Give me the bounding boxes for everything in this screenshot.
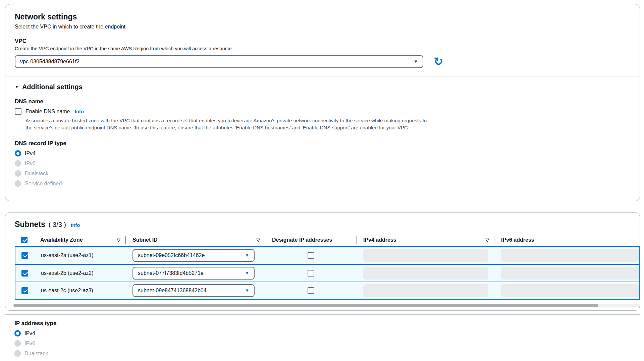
radio-option-dualstack: Dualstack: [15, 170, 630, 177]
vpc-select[interactable]: vpc-0305d38d879e661f2 ▼: [15, 55, 423, 68]
radio-label: Dualstack: [25, 171, 48, 177]
refresh-icon: ↻: [434, 56, 443, 67]
ipv6-address-input: [501, 267, 639, 280]
ip-address-type-section: IP address type IPv4 IPv6 Dualstack: [5, 314, 640, 357]
subnets-count: ( 3/3 ): [49, 221, 66, 229]
filter-triangle-icon[interactable]: ▽: [256, 238, 260, 242]
column-header-ipv6-address: IPv6 address: [494, 236, 640, 244]
column-label: Designate IP addresses: [272, 237, 332, 243]
ip-address-type-group: IPv4 IPv6 Dualstack: [14, 330, 631, 357]
designate-ip-checkbox[interactable]: [308, 252, 314, 259]
additional-settings-expander[interactable]: ▼ Additional settings: [15, 83, 630, 91]
ipv6-address-input: [501, 284, 639, 297]
vpc-select-row: vpc-0305d38d879e661f2 ▼ ↻: [15, 55, 630, 69]
column-header-availability-zone[interactable]: Availability Zone ▽: [34, 236, 125, 244]
column-label: Availability Zone: [40, 237, 83, 243]
availability-zone-cell: us-east-2a (use2-az1): [34, 252, 126, 258]
network-settings-title: Network settings: [15, 12, 630, 22]
subnet-id-value: subnet-077f7383fd4b5271e: [138, 270, 204, 276]
ipv4-address-input: [363, 249, 488, 262]
subnets-title-row: Subnets ( 3/3 ) Info: [15, 220, 630, 229]
radio-button-icon: [15, 170, 21, 177]
dns-record-ip-type-label: DNS record IP type: [15, 140, 630, 147]
radio-option-ipv4[interactable]: IPv4: [15, 150, 630, 157]
subnets-title: Subnets: [15, 220, 45, 229]
caret-down-icon: ▼: [245, 253, 249, 257]
column-label: Subnet ID: [132, 237, 158, 243]
column-label: IPv4 address: [363, 237, 396, 243]
section-divider: [5, 76, 640, 76]
radio-option-service-defined: Service defined: [15, 180, 630, 187]
enable-dns-row: Enable DNS name Info: [15, 108, 630, 115]
row-select-checkbox[interactable]: [21, 287, 28, 294]
radio-button-icon: [14, 340, 21, 347]
dns-name-label: DNS name: [15, 98, 630, 105]
designate-ip-checkbox[interactable]: [308, 270, 314, 277]
ip-address-type-label: IP address type: [14, 320, 631, 327]
availability-zone-cell: us-east-2b (use2-az2): [34, 270, 126, 276]
subnets-info-link[interactable]: Info: [71, 222, 80, 228]
radio-label: IPv6: [24, 341, 35, 347]
subnet-id-value: subnet-09e84741368842b04: [138, 288, 207, 294]
filter-triangle-icon[interactable]: ▽: [117, 238, 120, 242]
column-header-subnet-id[interactable]: Subnet ID ▽: [125, 236, 265, 244]
enable-dns-label: Enable DNS name: [25, 109, 70, 115]
dns-record-ip-type-group: IPv4 IPv6 Dualstack Service defined: [15, 150, 630, 187]
radio-button-icon: [14, 350, 21, 357]
designate-ip-checkbox[interactable]: [308, 287, 314, 294]
subnets-table-body: us-east-2a (use2-az1) subnet-09e052fc66b…: [15, 246, 640, 300]
radio-option-ipv6: IPv6: [15, 160, 630, 167]
radio-label: Dualstack: [24, 351, 48, 357]
table-row: us-east-2b (use2-az2) subnet-077f7383fd4…: [15, 264, 639, 282]
radio-label: IPv4: [25, 151, 36, 157]
radio-button-icon: [15, 180, 21, 187]
header-checkbox-cell: [15, 236, 34, 244]
radio-label: IPv6: [25, 161, 36, 167]
network-settings-subtitle: Select the VPC in which to create the en…: [15, 24, 630, 30]
additional-settings-title: Additional settings: [22, 83, 83, 91]
subnet-id-select[interactable]: subnet-09e84741368842b04 ▼: [132, 284, 255, 297]
table-row: us-east-2c (use2-az3) subnet-09e84741368…: [15, 282, 639, 299]
radio-button-icon[interactable]: [15, 150, 21, 157]
column-header-ipv4-address[interactable]: IPv4 address ▽: [356, 236, 494, 244]
select-all-checkbox[interactable]: [21, 237, 28, 243]
subnet-id-select[interactable]: subnet-09e052fc66b41462e ▼: [132, 249, 255, 262]
vpc-select-value: vpc-0305d38d879e661f2: [20, 59, 79, 65]
column-label: IPv6 address: [501, 237, 534, 243]
availability-zone-cell: us-east-2c (use2-az3): [34, 288, 126, 294]
subnet-id-value: subnet-09e052fc66b41462e: [138, 252, 205, 258]
caret-down-icon: ▼: [245, 271, 249, 275]
horizontal-scrollbar-track: [13, 304, 640, 307]
refresh-button[interactable]: ↻: [431, 55, 445, 69]
horizontal-scrollbar-thumb[interactable]: [13, 304, 598, 307]
vpc-label: VPC: [15, 38, 630, 45]
subnets-table-header: Availability Zone ▽ Subnet ID ▽ Designat…: [15, 234, 640, 246]
radio-option-ipv4[interactable]: IPv4: [14, 330, 631, 337]
triangle-down-icon: ▼: [15, 85, 19, 89]
enable-dns-checkbox[interactable]: [15, 108, 21, 115]
dns-help-text: Associates a private hosted zone with th…: [25, 117, 427, 132]
filter-triangle-icon[interactable]: ▽: [485, 238, 489, 242]
radio-button-icon: [15, 160, 21, 167]
table-row: us-east-2a (use2-az1) subnet-09e052fc66b…: [15, 247, 639, 264]
row-select-checkbox[interactable]: [21, 270, 28, 277]
enable-dns-info-link[interactable]: Info: [75, 109, 84, 114]
column-header-designate-ip: Designate IP addresses: [265, 236, 356, 244]
radio-button-icon[interactable]: [14, 330, 21, 337]
caret-down-icon: ▼: [414, 59, 418, 64]
row-select-checkbox[interactable]: [21, 252, 28, 259]
vpc-description: Create the VPC endpoint in the VPC in th…: [15, 46, 630, 51]
caret-down-icon: ▼: [245, 288, 249, 293]
subnets-card: Subnets ( 3/3 ) Info Availability Zone ▽…: [5, 212, 640, 311]
ipv4-address-input: [363, 284, 488, 297]
network-settings-card: Network settings Select the VPC in which…: [5, 4, 640, 201]
ipv4-address-input: [363, 267, 488, 280]
radio-option-ipv6: IPv6: [14, 340, 631, 347]
radio-label: Service defined: [25, 181, 62, 187]
radio-option-dualstack: Dualstack: [14, 350, 631, 357]
subnet-id-select[interactable]: subnet-077f7383fd4b5271e ▼: [132, 267, 255, 280]
radio-label: IPv4: [24, 330, 35, 337]
ipv6-address-input: [501, 249, 639, 262]
